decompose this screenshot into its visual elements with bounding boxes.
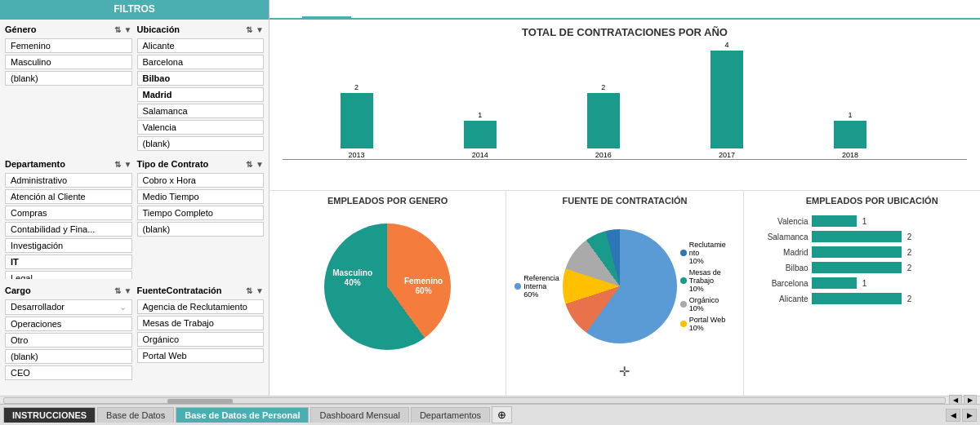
dept-filter-icon[interactable]: ▼ [124,160,132,169]
tipo-sort-icon[interactable]: ⇅ [246,160,252,169]
bar-val-2016: 2 [587,83,620,91]
fuente-agencia[interactable]: Agencia de Reclutamiento [137,299,265,314]
fuente-label: FuenteContratación [137,286,222,295]
cargo-label: Cargo [5,286,31,295]
dept-compras[interactable]: Compras [5,206,132,220]
source-legend-reclutamiento: Reclutamiento10% [680,241,726,265]
cargo-blank[interactable]: (blank) [5,349,132,364]
ubicacion-filter: Ubicación ⇅ ▼ Alicante Barcelona Bilbao … [137,23,265,153]
ubicacion-bilbao[interactable]: Bilbao [137,71,265,86]
genero-items: Femenino Masculino (blank) [5,38,132,86]
horizontal-scrollbar[interactable]: ◀ ▶ [0,396,980,404]
tab-base-datos-personal[interactable]: Base de Datos de Personal [176,407,309,423]
tipo-cobro[interactable]: Cobro x Hora [137,173,265,188]
source-left-legend: ReferenciaInterna60% [514,274,559,299]
genero-masculino[interactable]: Masculino [5,55,132,69]
tipo-contrato-header: Tipo de Contrato ⇅ ▼ [137,157,265,170]
ubicacion-madrid[interactable]: Madrid [137,87,265,102]
source-legend-mesas: Mesas deTrabajo10% [680,268,726,293]
tipo-medio[interactable]: Medio Tiempo [137,189,265,204]
loc-bar-salamanca: Salamanca 2 [755,231,969,242]
bar-label-2018: 2018 [842,151,858,159]
dept-sort-icon[interactable]: ⇅ [114,160,121,169]
ubicacion-alicante[interactable]: Alicante [137,38,265,53]
dept-contabilidad[interactable]: Contabilidad y Fina... [5,222,132,237]
gender-chart-panel: EMPLEADOS POR GENERO Masculino40% Femeni… [270,191,506,396]
bottom-charts: EMPLEADOS POR GENERO Masculino40% Femeni… [270,191,980,396]
location-chart-panel: EMPLEADOS POR UBICACIÓN Valencia 1 Salam… [744,191,980,396]
fuente-organico[interactable]: Orgánico [137,332,265,347]
tipo-contrato-filter: Tipo de Contrato ⇅ ▼ Cobro x Hora Medio … [137,157,265,279]
genero-filter-icon[interactable]: ▼ [124,25,132,34]
cargo-otro[interactable]: Otro [5,333,132,348]
chart-area: TOTAL DE CONTRATACIONES POR AÑO 2 2013 1 [270,20,980,396]
source-pie [563,229,677,343]
bar-group-2016: 2 2016 [546,42,661,159]
source-portal-label: Portal Web10% [689,316,725,332]
tab-scroll-right[interactable]: ▶ [962,409,977,422]
filter-panel: Género ⇅ ▼ Femenino Masculino (blank) [0,20,270,396]
genero-sort-icon[interactable]: ⇅ [114,25,121,34]
ubicacion-barcelona[interactable]: Barcelona [137,55,265,69]
gender-pie: Masculino40% Femenino60% [324,224,451,350]
tipo-completo[interactable]: Tiempo Completo [137,206,265,220]
bar-group-2014: 1 2014 [422,42,537,159]
tab-instrucciones[interactable]: INSTRUCCIONES [3,407,96,423]
genero-icons: ⇅ ▼ [114,25,132,34]
ubicacion-valencia[interactable]: Valencia [137,120,265,135]
location-bar-chart: Valencia 1 Salamanca 2 Madrid 2 [749,212,975,312]
fuente-filter-icon[interactable]: ▼ [256,286,264,295]
tipo-blank[interactable]: (blank) [137,222,265,237]
cargo-icons: ⇅ ▼ [114,286,132,295]
genero-blank[interactable]: (blank) [5,71,132,86]
source-pie-container: ReferenciaInterna60% Reclutamiento10% [511,209,737,364]
cross-icon-area: ✛ [511,364,737,379]
tab-dashboard-mensual[interactable]: Dashboard Mensual [310,407,408,423]
bar-val-2018: 1 [834,111,866,119]
departamento-label: Departamento [5,159,65,169]
dept-legal[interactable]: Legal [5,271,132,279]
tab-add-button[interactable]: ⊕ [492,406,512,423]
tipo-contrato-label: Tipo de Contrato [137,159,209,169]
cargo-operaciones[interactable]: Operaciones [5,317,132,331]
bar-2013 [341,93,373,148]
tab-departamentos[interactable]: Departamentos [411,407,490,423]
ubicacion-sort-icon[interactable]: ⇅ [246,25,252,34]
fuente-sort-icon[interactable]: ⇅ [246,286,252,295]
dept-atencion[interactable]: Atención al Cliente [5,189,132,204]
cargo-ceo[interactable]: CEO [5,365,132,380]
dept-administrativo[interactable]: Administrativo [5,173,132,188]
bar-label-2013: 2013 [349,151,365,159]
loc-bar-alicante: Alicante 2 [755,293,969,304]
loc-bar-barcelona: Barcelona 1 [755,277,969,289]
tab-scroll-left[interactable]: ◀ [946,409,960,422]
tipo-filter-icon[interactable]: ▼ [256,160,264,169]
tab-bar: INSTRUCCIONES Base de Datos Base de Dato… [0,404,980,425]
gender-pie-container: Masculino40% Femenino60% [274,209,501,364]
filter-title: FILTROS [114,3,154,15]
genero-filter: Género ⇅ ▼ Femenino Masculino (blank) [5,23,132,153]
cargo-sort-icon[interactable]: ⇅ [114,286,121,295]
fuente-mesas[interactable]: Mesas de Trabajo [137,316,265,330]
source-recl-label: Reclutamiento10% [689,241,726,265]
source-ref-label: ReferenciaInterna60% [523,274,559,299]
bar-group-2017: 4 2017 [669,42,784,159]
ubicacion-blank[interactable]: (blank) [137,136,265,151]
source-legend-organico: Orgánico10% [680,296,726,312]
bar-group-2018: 1 2018 [793,42,908,159]
dept-it[interactable]: IT [5,255,132,269]
fuente-portal[interactable]: Portal Web [137,348,265,363]
ubicacion-filter-icon[interactable]: ▼ [256,25,264,34]
bar-label-2017: 2017 [719,151,735,159]
cargo-desarrollador[interactable]: Desarrollador ⌄ [5,299,132,315]
dept-investigacion[interactable]: Investigación [5,238,132,253]
tab-base-datos[interactable]: Base de Datos [97,407,174,423]
ubicacion-salamanca[interactable]: Salamanca [137,104,265,118]
cargo-items: Desarrollador ⌄ Operaciones Otro (blank)… [5,299,132,380]
bar-val-2014: 1 [464,111,497,119]
fuente-filter: FuenteContratación ⇅ ▼ Agencia de Reclut… [137,284,265,382]
loc-bar-valencia: Valencia 1 [755,215,969,227]
cargo-filter-icon[interactable]: ▼ [124,286,132,295]
content-area: Género ⇅ ▼ Femenino Masculino (blank) [0,20,980,396]
genero-femenino[interactable]: Femenino [5,38,132,53]
